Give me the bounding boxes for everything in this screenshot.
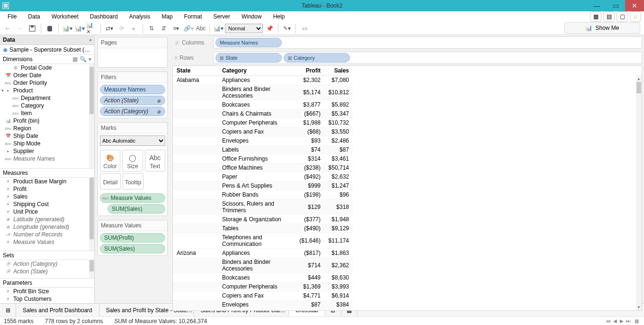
table-row[interactable]: Paper($492)$2,632 [173,172,353,181]
mark-type-select[interactable]: Abc Automatic [100,135,165,146]
mark-card-text[interactable]: AbcText [145,150,165,172]
field-number-of-records[interactable]: =#Number of Records [0,231,94,238]
datasource-row[interactable]: ◉ Sample - Superstore Subset (E... [0,45,94,54]
field-category[interactable]: AbcCategory [0,102,94,109]
mark-card-color[interactable]: 🎨Color [100,150,120,172]
sheet-nav[interactable]: ⏮◀▶⏭▦ [605,318,641,324]
field-supplier[interactable]: ▸Supplier [0,147,94,155]
clear-sheet-button[interactable]: 📊✕ [86,23,98,34]
search-icon[interactable]: 🔍 [80,56,87,63]
field-longitude-generated-[interactable]: ⊕Longitude (generated) [0,223,94,231]
menu-analysis[interactable]: Analysis [124,12,156,21]
fit-icon[interactable]: 📊▾ [213,23,224,34]
pin-button[interactable]: 📌 [264,23,275,34]
table-row[interactable]: Office Furnishings$314$3,461 [173,154,353,163]
col-header-profit[interactable]: Profit [295,66,324,76]
table-row[interactable]: Bookcases$3,877$5,892 [173,100,353,109]
menu-help[interactable]: Help [268,12,291,21]
minimize-button[interactable]: — [587,0,606,11]
field-sales[interactable]: #Sales [0,193,94,200]
sort-desc-button[interactable]: ⇵ [158,23,170,34]
tab-sales-and-profit-dashboard[interactable]: Sales and Profit Dashboard [16,304,99,316]
menu-data[interactable]: Data [22,12,45,21]
table-row[interactable]: ArizonaAppliances($817)$1,863 [173,249,353,258]
field-profit[interactable]: #Profit [0,185,94,193]
rows-shelf[interactable]: StateCategory [213,52,642,64]
view-single-button[interactable]: ▢ [617,11,628,22]
mark-card-detail[interactable]: Detail [100,173,121,190]
table-row[interactable]: Envelopes$87$384 [173,300,353,309]
field-action-state-[interactable]: ⦿Action (State) [0,268,94,275]
fit-select[interactable]: Normal [225,24,263,33]
table-row[interactable]: Pens & Art Supplies$999$1,247 [173,181,353,190]
dimensions-scrollbar[interactable] [89,64,94,168]
duplicate-sheet-button[interactable]: 📊▾ [74,23,85,34]
save-button[interactable] [27,23,38,34]
connect-data-button[interactable] [44,23,55,34]
menu-icon[interactable]: ▾ [89,56,91,63]
marks-shelf[interactable]: Marks Abc Automatic 🎨Color◯SizeAbcText D… [98,122,168,216]
group-button[interactable]: ≡▾ [170,23,182,34]
pill-state[interactable]: State [215,53,282,63]
field-item[interactable]: AbcItem [0,109,94,117]
table-row[interactable]: Binders and Binder Accessories$5,174$10,… [173,85,353,100]
measures-scrollbar[interactable] [89,178,94,251]
field-postal-code[interactable]: ⊞Postal Code [0,64,94,72]
field-measure-names[interactable]: AbcMeasure Names [0,155,94,162]
viz-scrollbar[interactable]: ▲▼ [636,75,642,310]
menu-format[interactable]: Format [179,12,208,21]
link-button[interactable]: 🔗▾ [183,23,194,34]
field-product-base-margin[interactable]: #Product Base Margin [0,178,94,185]
field-latitude-generated-[interactable]: ⊕Latitude (generated) [0,216,94,223]
menu-map[interactable]: Map [156,12,178,21]
pill-category[interactable]: Category [284,53,350,63]
table-row[interactable]: Computer Peripherals$1,988$10,732 [173,118,353,127]
pill-sum-sales-[interactable]: SUM(Sales) [107,204,165,214]
menu-worksheet[interactable]: Worksheet [46,12,84,21]
col-header-state[interactable]: State [173,66,218,76]
view-grid-button[interactable]: ▤ [603,11,615,22]
table-row[interactable]: Binders and Binder Accessories$714$2,362 [173,258,353,273]
table-row[interactable]: Envelopes$93$2,486 [173,136,353,145]
field-region[interactable]: AbcRegion [0,125,94,132]
col-header-category[interactable]: Category [218,66,295,76]
view-cards-button[interactable]: ▦ [590,11,601,22]
tabs-leading-icon[interactable]: ⊞ [0,304,16,316]
mark-card-tooltip[interactable]: Tooltip [123,173,143,190]
table-row[interactable]: Copiers and Fax($68)$3,550 [173,127,353,136]
table-row[interactable]: Tables($490)$9,129 [173,224,353,233]
new-worksheet-button[interactable]: 📊▾ [62,23,73,34]
field-ship-mode[interactable]: AbcShip Mode [0,140,94,147]
field-profit-bin-[interactable]: 📊Profit (bin) [0,117,94,125]
table-row[interactable]: Computer Peripherals$1,369$3,993 [173,282,353,291]
table-row[interactable]: Bookcases$449$8,630 [173,273,353,282]
table-row[interactable]: Storage & Organization($377)$1,948 [173,215,353,224]
menu-window[interactable]: Window [236,12,268,21]
field-order-priority[interactable]: AbcOrder Priority [0,79,94,87]
filters-shelf[interactable]: Filters Measure NamesAction (State)◉Acti… [98,72,168,118]
close-button[interactable]: ✕ [625,0,644,11]
table-row[interactable]: Rubber Bands($198)$96 [173,190,353,199]
columns-shelf[interactable]: Measure Names [213,36,642,49]
pill-sum-sales-[interactable]: SUM(Sales) [100,244,165,253]
table-row[interactable]: AlabamaAppliances$2,302$7,080 [173,76,353,85]
table-row[interactable]: Labels$74$87 [173,145,353,154]
view-as-icon[interactable]: ▦ [72,56,78,63]
presentation-button[interactable]: ▭ [299,23,310,34]
field-order-date[interactable]: 📅Order Date [0,72,94,79]
pill-measure-names[interactable]: Measure Names [215,38,282,47]
table-row[interactable]: Chairs & Chairmats($667)$5,347 [173,109,353,118]
pill-action-state-[interactable]: Action (State)◉ [100,96,165,105]
maximize-button[interactable]: ▭ [606,0,625,11]
pill-measure-names[interactable]: Measure Names [100,85,165,94]
show-me-button[interactable]: 📊 Show Me [564,22,640,34]
col-header-sales[interactable]: Sales [324,66,353,76]
field-ship-date[interactable]: 📅Ship Date [0,132,94,140]
mark-card-size[interactable]: ◯Size [122,150,143,172]
swap-button[interactable]: ⇄▾ [104,23,115,34]
measure-values-shelf[interactable]: Measure Values SUM(Profit)SUM(Sales) [98,220,168,256]
field-product[interactable]: ▾▸Product [0,87,94,94]
sets-scrollbar[interactable] [89,260,94,278]
table-row[interactable]: Office Machines($238)$50,714 [173,163,353,172]
sort-asc-button[interactable]: ⇅ [146,23,157,34]
